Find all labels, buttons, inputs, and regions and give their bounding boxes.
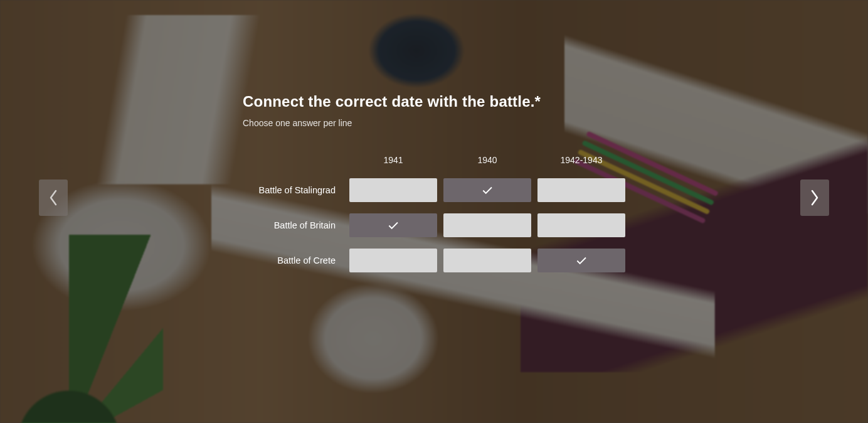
check-icon [481,184,494,196]
matrix-cell[interactable] [537,213,625,237]
row-header: Battle of Crete [243,255,343,266]
question-card: Connect the correct date with the battle… [243,93,625,272]
matrix-cell[interactable] [349,213,437,237]
question-subtitle: Choose one answer per line [243,118,625,128]
matrix-cell[interactable] [443,213,531,237]
matrix-cell[interactable] [349,249,437,272]
matrix-cell[interactable] [537,178,625,202]
check-icon [387,219,400,232]
column-header: 1941 [349,153,437,167]
row-header: Battle of Stalingrad [243,185,343,196]
answer-matrix: 1941 1940 1942-1943 Battle of Stalingrad… [243,153,625,272]
check-icon [575,254,588,267]
matrix-cell[interactable] [443,249,531,272]
column-header: 1942-1943 [537,153,625,167]
row-header: Battle of Britain [243,220,343,231]
matrix-cell[interactable] [537,249,625,272]
matrix-cell[interactable] [349,178,437,202]
question-title: Connect the correct date with the battle… [243,93,625,110]
column-header: 1940 [443,153,531,167]
matrix-cell[interactable] [443,178,531,202]
